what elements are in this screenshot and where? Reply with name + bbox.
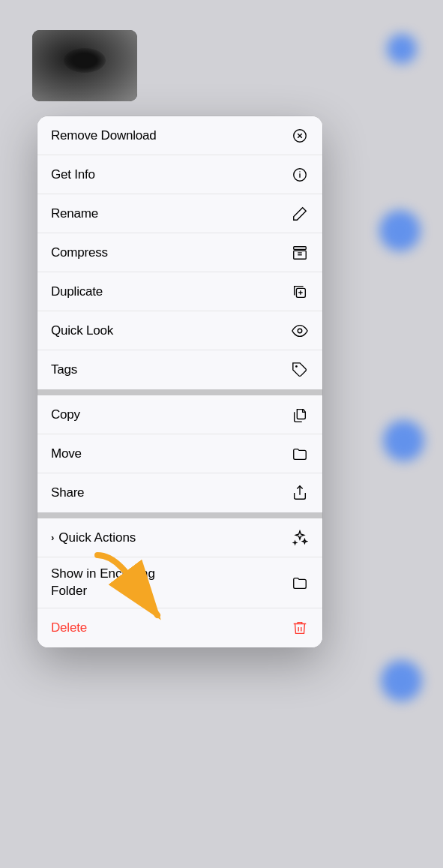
rename-button[interactable]: Rename <box>37 194 322 233</box>
move-label: Move <box>51 446 82 461</box>
folder-icon <box>291 574 309 592</box>
compress-label: Compress <box>51 245 108 260</box>
copy-label: Copy <box>51 407 80 422</box>
compress-button[interactable]: Compress <box>37 233 322 272</box>
show-folder-label: Show in EnclosingFolder <box>51 566 155 599</box>
thumbnail-image <box>32 30 137 101</box>
tag-icon <box>291 361 309 379</box>
sparkles-icon <box>291 529 309 547</box>
bg-element <box>387 34 417 64</box>
pencil-icon <box>291 205 309 223</box>
menu-section-3: › Quick Actions Show in EnclosingFolder … <box>37 518 322 647</box>
bg-element <box>381 660 422 701</box>
trash-icon <box>291 619 309 637</box>
folder-move-icon <box>291 445 309 463</box>
duplicate-icon <box>291 283 309 301</box>
tags-label: Tags <box>51 362 77 377</box>
archive-icon <box>291 244 309 262</box>
svg-point-5 <box>299 171 300 172</box>
quick-look-label: Quick Look <box>51 323 113 338</box>
svg-rect-6 <box>294 246 307 249</box>
duplicate-label: Duplicate <box>51 284 103 299</box>
copy-icon <box>291 406 309 424</box>
info-circle-icon <box>291 166 309 184</box>
file-thumbnail <box>32 30 137 101</box>
get-info-button[interactable]: Get Info <box>37 155 322 194</box>
delete-button[interactable]: Delete <box>37 608 322 647</box>
eye-icon <box>291 322 309 340</box>
delete-label: Delete <box>51 620 87 635</box>
svg-point-13 <box>298 329 302 333</box>
remove-download-button[interactable]: Remove Download <box>37 116 322 155</box>
svg-point-14 <box>295 365 298 368</box>
quick-look-button[interactable]: Quick Look <box>37 311 322 350</box>
quick-actions-label: Quick Actions <box>58 530 291 545</box>
remove-download-label: Remove Download <box>51 128 157 143</box>
menu-separator-2 <box>37 512 322 518</box>
move-button[interactable]: Move <box>37 434 322 473</box>
menu-section-2: Copy Move Share <box>37 395 322 512</box>
bg-element <box>383 420 424 461</box>
share-button[interactable]: Share <box>37 473 322 512</box>
get-info-label: Get Info <box>51 167 95 182</box>
rename-label: Rename <box>51 206 98 221</box>
bg-element <box>379 210 421 251</box>
quick-actions-button[interactable]: › Quick Actions <box>37 518 322 557</box>
circle-x-icon <box>291 127 309 145</box>
menu-section-1: Remove Download Get Info Rename <box>37 116 322 389</box>
copy-button[interactable]: Copy <box>37 395 322 434</box>
chevron-right-icon: › <box>51 532 54 543</box>
share-label: Share <box>51 485 84 500</box>
share-icon <box>291 484 309 502</box>
menu-separator-1 <box>37 389 322 395</box>
tags-button[interactable]: Tags <box>37 350 322 389</box>
show-in-folder-button[interactable]: Show in EnclosingFolder <box>37 557 322 608</box>
context-menu: Remove Download Get Info Rename <box>37 116 322 647</box>
duplicate-button[interactable]: Duplicate <box>37 272 322 311</box>
